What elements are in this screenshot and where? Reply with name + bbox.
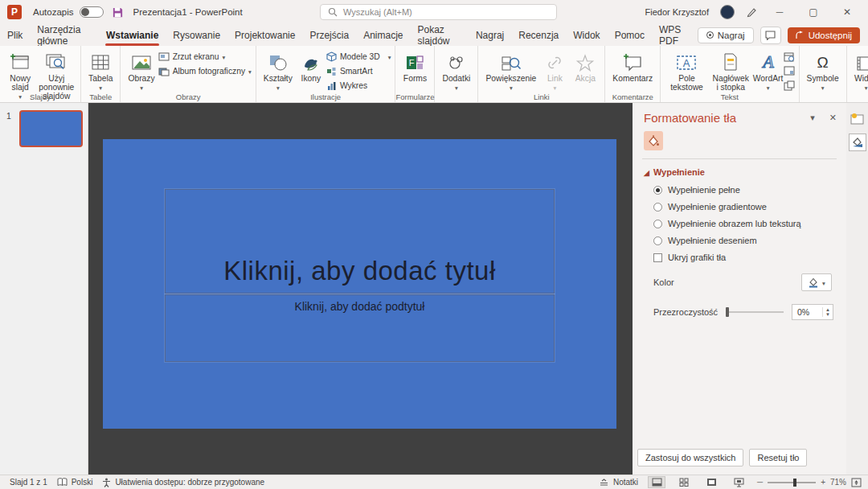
zoom-out-button[interactable]: ─ [757,478,763,487]
option-pattern-fill[interactable]: Wypełnienie deseniem [653,236,837,245]
new-comment-button[interactable]: Komentarz [609,48,656,84]
wordart-button[interactable]: A WordArt▾ [753,48,784,93]
reading-view-button[interactable] [702,476,720,488]
tab-rysowanie[interactable]: Rysowanie [166,26,227,45]
group-komentarze: Komentarz Komentarze [605,46,661,102]
option-gradient-fill[interactable]: Wypełnienie gradientowe [653,202,837,212]
notes-button[interactable]: Notatki [599,478,638,487]
group-label-linki: Linki [478,92,604,101]
option-solid-fill[interactable]: Wypełnienie pełne [653,185,837,195]
addins-button[interactable]: Dodatki▾ [439,48,473,93]
autosave-toggle[interactable] [80,6,104,18]
header-footer-button[interactable]: Nagłówek i stopka [709,48,753,93]
radio-icon [653,203,662,212]
transparency-slider[interactable] [726,311,784,313]
subtitle-placeholder[interactable]: Kliknij, aby dodać podtytuł [165,294,555,362]
accessibility-icon[interactable] [102,478,111,487]
3d-models-button[interactable]: Modele 3D▾ [326,50,391,64]
panel-options-chevron-icon[interactable]: ▾ [810,113,815,123]
normal-view-button[interactable] [648,476,665,488]
forms-button[interactable]: F Forms [399,48,430,84]
screenshot-button[interactable]: Zrzut ekranu▾ [158,50,252,64]
format-background-pane-button[interactable] [849,134,866,151]
spinner-arrows-icon[interactable]: ▲▼ [822,307,833,317]
date-time-icon [784,51,795,62]
user-name[interactable]: Fiedor Krzysztof [645,7,709,17]
smartart-button[interactable]: SmartArt [326,64,391,78]
save-icon[interactable] [112,6,124,18]
search-icon [328,7,338,17]
editing-canvas: Kliknij, aby dodać tytuł Kliknij, aby do… [88,103,633,475]
zoom-percentage[interactable]: 71% [830,478,846,487]
fill-tab-icon[interactable] [644,131,663,150]
slide[interactable]: Kliknij, aby dodać tytuł Kliknij, aby do… [103,139,616,429]
language-indicator[interactable]: Polski [72,478,93,487]
new-slide-icon [10,52,31,72]
tab-przejscia[interactable]: Przejścia [302,26,356,45]
svg-text:A: A [761,52,774,72]
radio-icon [653,236,662,245]
zoom-slider-thumb[interactable] [793,479,796,487]
maximize-button[interactable]: ▢ [802,6,825,18]
spellcheck-book-icon[interactable] [57,478,68,487]
panel-close-icon[interactable]: ✕ [829,113,837,123]
zoom-button[interactable]: Powiększenie▾ [482,48,539,93]
fit-to-window-icon[interactable] [851,478,862,487]
apply-to-all-button[interactable]: Zastosuj do wszystkich [637,449,743,466]
comments-button[interactable] [760,27,781,44]
icons-icon [301,54,321,72]
title-placeholder-text: Kliknij, aby dodać tytuł [223,256,496,293]
fill-section-header[interactable]: ◢Wypełnienie [644,167,837,177]
link-icon [545,54,564,72]
color-label: Kolor [653,277,674,287]
title-placeholder[interactable]: Kliknij, aby dodać tytuł [165,189,555,294]
dropdown-chevron-icon: ▾ [822,280,825,287]
object-button[interactable] [784,79,795,92]
transparency-spinner[interactable]: 0% ▲▼ [792,304,833,320]
close-button[interactable]: ✕ [836,6,858,18]
tab-projektowanie[interactable]: Projektowanie [227,26,302,45]
symbols-button[interactable]: Ω Symbole▾ [804,48,842,93]
pen-mode-icon[interactable] [746,6,757,18]
group-label-obrazy: Obrazy [121,92,255,101]
share-button[interactable]: Udostępnij [788,27,860,43]
record-button[interactable]: Nagraj [698,27,754,43]
tab-animacje[interactable]: Animacje [356,26,410,45]
designer-pane-button[interactable] [849,109,866,127]
slide-number-icon [784,66,795,76]
icons-button[interactable]: Ikony [296,48,326,84]
zoom-in-button[interactable]: + [821,478,825,487]
slider-thumb[interactable] [726,307,729,317]
slideshow-view-button[interactable] [730,476,747,488]
minimize-button[interactable]: ─ [768,6,791,18]
reset-background-button[interactable]: Resetuj tło [749,449,807,466]
images-button[interactable]: Obrazy▾ [125,48,158,93]
tab-nagraj[interactable]: Nagraj [469,26,511,45]
tab-pomoc[interactable]: Pomoc [608,26,652,45]
accessibility-status[interactable]: Ułatwienia dostępu: dobrze przygotowane [115,478,264,487]
table-button[interactable]: Tabela▾ [85,48,116,93]
date-time-button[interactable] [784,50,795,64]
tab-widok[interactable]: Widok [566,26,607,45]
video-button[interactable]: Wideo▾ [851,48,868,93]
tab-wstawianie[interactable]: Wstawianie [99,26,166,45]
color-picker-button[interactable]: ▾ [801,273,832,291]
chart-button[interactable]: Wykres [326,79,391,92]
slide-sorter-view-button[interactable] [675,476,693,488]
option-picture-fill[interactable]: Wypełnienie obrazem lub teksturą [653,219,837,228]
text-box-button[interactable]: A Pole tekstowe [665,48,709,93]
photo-album-icon [158,67,170,76]
photo-album-button[interactable]: Album fotograficzny▾ [158,64,252,78]
zoom-slider[interactable] [768,482,816,483]
slide-counter: Slajd 1 z 1 [10,478,47,487]
shapes-button[interactable]: Kształty▾ [260,48,296,93]
user-avatar[interactable] [720,5,735,19]
slide-thumbnail[interactable] [19,110,83,147]
search-input[interactable]: Wyszukaj (Alt+M) [320,4,557,20]
screenshot-icon [158,52,170,62]
tab-plik[interactable]: Plik [0,26,30,45]
tab-recenzja[interactable]: Recenzja [511,26,566,45]
option-hide-background[interactable]: Ukryj grafiki tła [653,253,837,262]
slide-number-button[interactable] [784,64,795,78]
powerpoint-window: P Autozapis Prezentacja1 - PowerPoint Wy… [0,0,868,489]
